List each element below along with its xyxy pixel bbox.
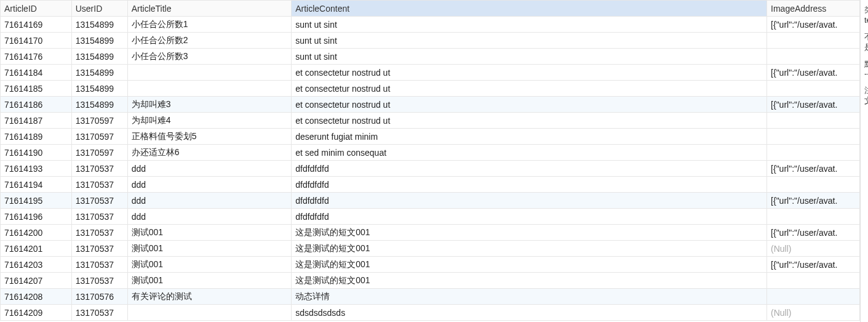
cell-imageaddress[interactable] xyxy=(767,33,860,49)
cell-imageaddress[interactable] xyxy=(767,145,860,161)
cell-articleid[interactable]: 71614201 xyxy=(1,241,72,257)
table-row[interactable]: 7161418913170597正格料值号委划5deserunt fugiat … xyxy=(1,129,860,145)
column-header-imageaddress[interactable]: ImageAddress xyxy=(767,1,860,17)
cell-articleid[interactable]: 71614170 xyxy=(1,33,72,49)
cell-userid[interactable]: 13170537 xyxy=(71,177,127,193)
table-row[interactable]: 7161419613170537ddddfdfdfdfd xyxy=(1,209,860,225)
cell-articletitle[interactable] xyxy=(127,81,292,97)
cell-articleid[interactable]: 71614186 xyxy=(1,97,72,113)
cell-articletitle[interactable]: 小任合公所数1 xyxy=(127,17,292,33)
cell-articlecontent[interactable]: dfdfdfdfd xyxy=(292,161,767,177)
cell-articlecontent[interactable]: 这是测试的短文001 xyxy=(292,273,767,289)
cell-imageaddress[interactable] xyxy=(767,113,860,129)
cell-articleid[interactable]: 71614207 xyxy=(1,273,72,289)
table-row[interactable]: 7161418613154899为却叫难3et consectetur nost… xyxy=(1,97,860,113)
cell-userid[interactable]: 13170597 xyxy=(71,129,127,145)
cell-articletitle[interactable]: 测试001 xyxy=(127,257,292,273)
cell-userid[interactable]: 13170597 xyxy=(71,145,127,161)
table-row[interactable]: 7161417613154899小任合公所数3sunt ut sint xyxy=(1,49,860,65)
table-row[interactable]: 7161419413170537ddddfdfdfdfd xyxy=(1,177,860,193)
column-header-articlecontent[interactable]: ArticleContent xyxy=(292,1,767,17)
cell-articleid[interactable]: 71614195 xyxy=(1,193,72,209)
cell-articletitle[interactable]: 有关评论的测试 xyxy=(127,289,292,305)
cell-imageaddress[interactable]: [{"url":"/user/avat. xyxy=(767,97,860,113)
cell-imageaddress[interactable] xyxy=(767,209,860,225)
data-grid[interactable]: ArticleIDUserIDArticleTitleArticleConten… xyxy=(0,0,860,321)
cell-articleid[interactable]: 71614194 xyxy=(1,177,72,193)
table-row[interactable]: 7161416913154899小任合公所数1sunt ut sint[{"ur… xyxy=(1,17,860,33)
column-header-articleid[interactable]: ArticleID xyxy=(1,1,72,17)
cell-articlecontent[interactable]: 这是测试的短文001 xyxy=(292,225,767,241)
table-row[interactable]: 7161420713170537测试001这是测试的短文001 xyxy=(1,273,860,289)
cell-imageaddress[interactable] xyxy=(767,289,860,305)
cell-userid[interactable]: 13170576 xyxy=(71,289,127,305)
cell-imageaddress[interactable]: [{"url":"/user/avat. xyxy=(767,257,860,273)
cell-articletitle[interactable]: 测试001 xyxy=(127,225,292,241)
cell-imageaddress[interactable] xyxy=(767,129,860,145)
cell-userid[interactable]: 13170537 xyxy=(71,193,127,209)
cell-articletitle[interactable]: ddd xyxy=(127,193,292,209)
column-header-userid[interactable]: UserID xyxy=(71,1,127,17)
table-row[interactable]: 7161418413154899et consectetur nostrud u… xyxy=(1,65,860,81)
cell-articletitle[interactable]: 测试001 xyxy=(127,241,292,257)
cell-articletitle[interactable]: 小任合公所数3 xyxy=(127,49,292,65)
cell-articleid[interactable]: 71614185 xyxy=(1,81,72,97)
cell-articlecontent[interactable]: deserunt fugiat minim xyxy=(292,129,767,145)
cell-imageaddress[interactable]: [{"url":"/user/avat. xyxy=(767,225,860,241)
cell-articletitle[interactable]: ddd xyxy=(127,209,292,225)
cell-articleid[interactable]: 71614209 xyxy=(1,305,72,321)
cell-articlecontent[interactable]: sunt ut sint xyxy=(292,33,767,49)
cell-imageaddress[interactable] xyxy=(767,81,860,97)
table-row[interactable]: 7161420813170576有关评论的测试动态详情 xyxy=(1,289,860,305)
cell-imageaddress[interactable]: [{"url":"/user/avat. xyxy=(767,17,860,33)
cell-userid[interactable]: 13154899 xyxy=(71,49,127,65)
cell-articlecontent[interactable]: dfdfdfdfd xyxy=(292,209,767,225)
cell-articleid[interactable]: 71614193 xyxy=(1,161,72,177)
cell-userid[interactable]: 13154899 xyxy=(71,17,127,33)
column-header-articletitle[interactable]: ArticleTitle xyxy=(127,1,292,17)
cell-articletitle[interactable]: 为却叫难3 xyxy=(127,97,292,113)
cell-articleid[interactable]: 71614169 xyxy=(1,17,72,33)
cell-articleid[interactable]: 71614189 xyxy=(1,129,72,145)
cell-userid[interactable]: 13170537 xyxy=(71,241,127,257)
cell-articleid[interactable]: 71614184 xyxy=(1,65,72,81)
cell-articletitle[interactable] xyxy=(127,305,292,321)
cell-userid[interactable]: 13170537 xyxy=(71,225,127,241)
cell-articletitle[interactable]: 测试001 xyxy=(127,273,292,289)
cell-articlecontent[interactable]: et consectetur nostrud ut xyxy=(292,65,767,81)
cell-imageaddress[interactable]: (Null) xyxy=(767,305,860,321)
cell-imageaddress[interactable] xyxy=(767,177,860,193)
cell-articlecontent[interactable]: dfdfdfdfd xyxy=(292,193,767,209)
cell-articlecontent[interactable]: 动态详情 xyxy=(292,289,767,305)
cell-articleid[interactable]: 71614176 xyxy=(1,49,72,65)
cell-articletitle[interactable]: ddd xyxy=(127,177,292,193)
cell-articlecontent[interactable]: sdsdsdsdsds xyxy=(292,305,767,321)
cell-userid[interactable]: 13154899 xyxy=(71,81,127,97)
cell-articletitle[interactable]: 办还适立林6 xyxy=(127,145,292,161)
cell-articletitle[interactable]: 正格料值号委划5 xyxy=(127,129,292,145)
cell-articleid[interactable]: 71614196 xyxy=(1,209,72,225)
cell-userid[interactable]: 13170537 xyxy=(71,273,127,289)
table-row[interactable]: 7161420013170537测试001这是测试的短文001[{"url":"… xyxy=(1,225,860,241)
cell-userid[interactable]: 13170597 xyxy=(71,113,127,129)
cell-articleid[interactable]: 71614190 xyxy=(1,145,72,161)
cell-articlecontent[interactable]: et sed minim consequat xyxy=(292,145,767,161)
cell-articleid[interactable]: 71614208 xyxy=(1,289,72,305)
cell-userid[interactable]: 13154899 xyxy=(71,65,127,81)
cell-articleid[interactable]: 71614203 xyxy=(1,257,72,273)
table-row[interactable]: 7161419313170537ddddfdfdfdfd[{"url":"/us… xyxy=(1,161,860,177)
table-row[interactable]: 7161420913170537sdsdsdsdsds(Null) xyxy=(1,305,860,321)
cell-articlecontent[interactable]: et consectetur nostrud ut xyxy=(292,81,767,97)
cell-articlecontent[interactable]: 这是测试的短文001 xyxy=(292,257,767,273)
cell-articlecontent[interactable]: sunt ut sint xyxy=(292,17,767,33)
table-row[interactable]: 7161420113170537测试001这是测试的短文001(Null) xyxy=(1,241,860,257)
cell-imageaddress[interactable]: (Null) xyxy=(767,241,860,257)
cell-articlecontent[interactable]: et consectetur nostrud ut xyxy=(292,97,767,113)
cell-articletitle[interactable]: ddd xyxy=(127,161,292,177)
table-row[interactable]: 7161419513170537ddddfdfdfdfd[{"url":"/us… xyxy=(1,193,860,209)
cell-imageaddress[interactable] xyxy=(767,273,860,289)
cell-imageaddress[interactable]: [{"url":"/user/avat. xyxy=(767,161,860,177)
table-row[interactable]: 7161419013170597办还适立林6et sed minim conse… xyxy=(1,145,860,161)
cell-articletitle[interactable]: 为却叫难4 xyxy=(127,113,292,129)
cell-articlecontent[interactable]: sunt ut sint xyxy=(292,49,767,65)
